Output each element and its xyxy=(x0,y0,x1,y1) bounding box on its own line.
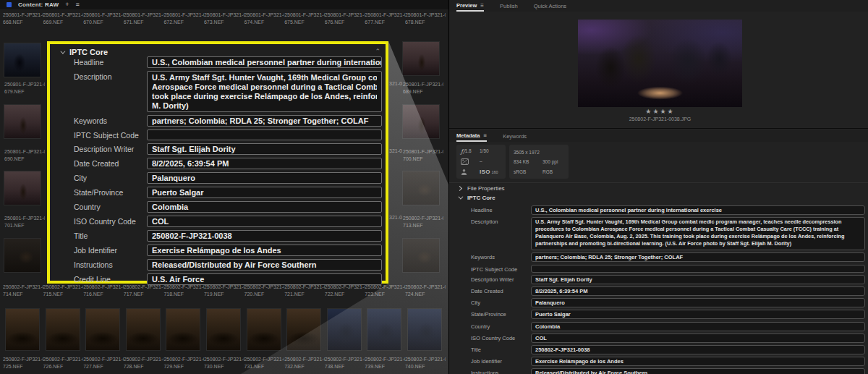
field-row: Keywords partners; Colombia; RDLA 25; St… xyxy=(60,115,382,127)
person-icon xyxy=(461,169,480,175)
field-label: Headline xyxy=(449,205,531,215)
file-label[interactable]: 250802-F-JP321-0 714.NEF xyxy=(3,284,43,297)
field-input[interactable]: 250802-F-JP321-0038 xyxy=(531,345,865,354)
thumbnail[interactable] xyxy=(287,309,320,350)
field-input[interactable]: COL xyxy=(147,216,382,227)
file-label[interactable]: 250801-F-JP321-0 669.NEF xyxy=(43,12,84,25)
field-row: Title 250802-F-JP321-0038 xyxy=(60,230,382,242)
field-label: Headline xyxy=(60,56,147,68)
headline-input[interactable]: U.S., Colombian medical personnel partne… xyxy=(531,205,865,215)
preview-image[interactable] xyxy=(578,20,742,107)
field-input[interactable]: Staff Sgt. Elijah Dority xyxy=(147,143,382,155)
tab-publish[interactable]: Publish xyxy=(500,0,518,12)
field-row: Job Identifier Exercise Relámpago de los… xyxy=(449,357,868,366)
file-label[interactable]: 250801-F-JP321-0 700.NEF xyxy=(403,148,443,162)
headline-input[interactable]: U.S., Colombian medical personnel partne… xyxy=(147,56,382,68)
scroll-up-icon[interactable]: ⌃ xyxy=(375,48,380,55)
field-label: Description xyxy=(60,71,147,112)
file-label[interactable]: 250802-F-JP321-0 726.NEF xyxy=(43,356,84,370)
thumbnail[interactable] xyxy=(46,309,80,350)
file-properties-section[interactable]: File Properties xyxy=(449,182,868,193)
tab-quick-actions[interactable]: Quick Actions xyxy=(534,0,566,12)
iptc-core-header[interactable]: IPTC Core ⌃ xyxy=(60,48,382,56)
field-input[interactable]: Palanquero xyxy=(147,172,382,184)
file-label[interactable]: 250802-F-JP321-0 732.NEF xyxy=(284,356,325,370)
file-label[interactable]: 250802-F-JP321-0 718.NEF xyxy=(163,284,204,297)
file-label[interactable]: 250802-F-JP321-0 728.NEF xyxy=(124,356,164,370)
field-input[interactable]: Colombia xyxy=(531,322,865,331)
menu-icon[interactable]: ≡ xyxy=(480,2,484,9)
field-input[interactable]: partners; Colombia; RDLA 25; Stronger To… xyxy=(147,115,382,127)
file-label[interactable]: 250801-F-JP321-0 675.NEF xyxy=(284,12,325,25)
file-label[interactable]: 250801-F-JP321-0 690.NEF xyxy=(4,148,45,162)
menu-icon[interactable]: ≡ xyxy=(484,132,488,139)
field-input[interactable]: Released/Distributed by Air Force Southe… xyxy=(147,259,382,271)
file-label[interactable]: 250802-F-JP321-0 716.NEF xyxy=(83,284,124,297)
file-label[interactable]: 250801-F-JP321-0 671.NEF xyxy=(124,12,164,25)
field-input[interactable]: partners; Colombia; RDLA 25; Stronger To… xyxy=(531,252,865,262)
thumbnail[interactable] xyxy=(247,309,281,350)
field-input[interactable] xyxy=(147,129,382,140)
field-input[interactable]: Released/Distributed by Air Force Southe… xyxy=(531,368,865,374)
exposure-compensation: – xyxy=(480,158,501,165)
tab-preview[interactable]: Preview ≡ xyxy=(456,0,484,12)
content-tab[interactable]: Content: RAW xyxy=(18,1,59,8)
field-input[interactable]: 250802-F-JP321-0038 xyxy=(147,230,382,242)
file-label[interactable]: 250801-F-JP321-0 689.NEF xyxy=(403,81,443,95)
description-input[interactable]: U.S. Army Staff Sgt. Hunter Vaught, 169t… xyxy=(147,71,382,112)
field-input[interactable]: Palanquero xyxy=(531,298,865,307)
file-label[interactable]: 250801-F-JP321-0 701.NEF xyxy=(4,215,45,229)
tab-metadata[interactable]: Metadata ≡ xyxy=(456,130,487,142)
description-input[interactable]: U.S. Army Staff Sgt. Hunter Vaught, 169t… xyxy=(531,217,865,250)
field-input[interactable]: Puerto Salgar xyxy=(531,310,865,319)
file-label[interactable]: 250802-F-JP321-0 721.NEF xyxy=(284,284,325,297)
file-label[interactable]: 250801-F-JP321-0 674.NEF xyxy=(244,12,285,25)
iptc-core-section[interactable]: IPTC Core xyxy=(449,195,868,201)
field-row: Instructions Released/Distributed by Air… xyxy=(60,259,382,271)
file-label[interactable]: 250801-F-JP321-0 676.NEF xyxy=(325,12,365,25)
add-icon[interactable]: + xyxy=(65,1,69,8)
field-input[interactable]: Exercise Relámpago de los Andes xyxy=(147,245,382,256)
field-input[interactable]: 8/2/2025, 6:39:54 PM xyxy=(531,286,865,296)
file-label[interactable]: 250802-F-JP321-0 730.NEF xyxy=(204,356,244,370)
thumbnail[interactable] xyxy=(328,309,361,350)
thumbnail[interactable] xyxy=(408,309,441,350)
file-label[interactable]: 250802-F-JP321-0 713.NEF xyxy=(403,215,443,229)
file-label[interactable]: 250801-F-JP321-0 672.NEF xyxy=(163,12,204,25)
file-label[interactable]: 250802-F-JP321-0 731.NEF xyxy=(244,356,285,370)
file-label[interactable]: 250802-F-JP321-0 717.NEF xyxy=(124,284,164,297)
thumbnail[interactable] xyxy=(207,309,240,350)
file-label[interactable]: 250802-F-JP321-0 725.NEF xyxy=(3,356,43,370)
file-label[interactable]: 250802-F-JP321-0 740.NEF xyxy=(405,356,446,370)
field-input[interactable]: Puerto Salgar xyxy=(147,187,382,198)
file-label[interactable]: 250801-F-JP321-0 679.NEF xyxy=(4,81,45,95)
file-label[interactable]: 250802-F-JP321-0 722.NEF xyxy=(325,284,365,297)
thumbnail[interactable] xyxy=(127,309,160,350)
field-input[interactable]: U.S. Air Force xyxy=(147,273,382,285)
field-input[interactable]: COL xyxy=(531,333,865,343)
field-input[interactable]: 8/2/2025, 6:39:54 PM xyxy=(147,158,382,169)
file-label[interactable]: 250802-F-JP321-0 719.NEF xyxy=(204,284,244,297)
field-input[interactable] xyxy=(531,265,865,273)
file-label[interactable]: 250802-F-JP321-0 715.NEF xyxy=(43,284,84,297)
file-label[interactable]: 250802-F-JP321-0 738.NEF xyxy=(325,356,365,370)
file-label[interactable]: 250802-F-JP321-0 724.NEF xyxy=(405,284,446,297)
field-label: Title xyxy=(60,230,147,242)
file-label[interactable]: 250802-F-JP321-0 720.NEF xyxy=(244,284,285,297)
thumbnail[interactable] xyxy=(86,309,119,350)
file-label[interactable]: 250801-F-JP321-0 670.NEF xyxy=(83,12,124,25)
thumbnail[interactable] xyxy=(166,309,200,350)
field-input[interactable]: Exercise Relámpago de los Andes xyxy=(531,357,865,366)
tab-keywords[interactable]: Keywords xyxy=(503,130,527,142)
file-label[interactable]: 250801-F-JP321-0 673.NEF xyxy=(204,12,244,25)
thumbnail[interactable] xyxy=(367,309,401,350)
file-label[interactable]: 250802-F-JP321-0 723.NEF xyxy=(365,284,405,297)
field-input[interactable]: Staff Sgt. Elijah Dority xyxy=(531,275,865,284)
star-rating[interactable]: ★★★★ xyxy=(578,108,742,115)
file-label[interactable]: 250802-F-JP321-0 729.NEF xyxy=(163,356,204,370)
thumbnail[interactable] xyxy=(6,309,39,350)
file-label[interactable]: 250802-F-JP321-0 727.NEF xyxy=(83,356,124,370)
file-label[interactable]: 250802-F-JP321-0 739.NEF xyxy=(365,356,405,370)
menu-icon[interactable]: ≡ xyxy=(75,1,79,8)
field-input[interactable]: Colombia xyxy=(147,201,382,213)
